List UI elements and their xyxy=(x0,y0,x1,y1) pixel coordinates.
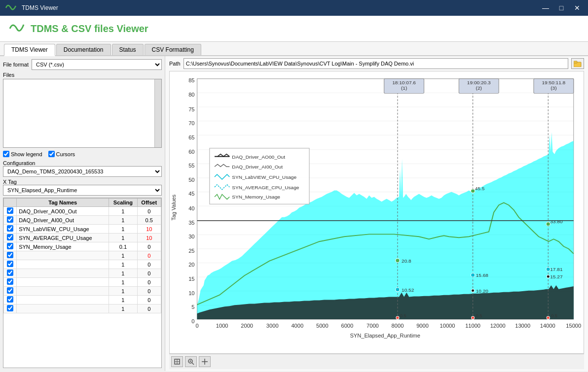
svg-text:50: 50 xyxy=(188,177,194,183)
tag-scaling-cell: 1 xyxy=(109,278,137,287)
tag-scaling-cell: 1 xyxy=(109,225,137,234)
table-row: 10 xyxy=(4,296,161,304)
svg-text:15: 15 xyxy=(188,276,194,282)
svg-text:75: 75 xyxy=(188,106,194,112)
tag-offset-cell: 10 xyxy=(137,234,161,242)
tag-row-checkbox[interactable] xyxy=(7,270,13,276)
col-header-scaling: Scaling xyxy=(109,199,137,207)
svg-text:SYN_AVERAGE_CPU_Usage: SYN_AVERAGE_CPU_Usage xyxy=(232,185,299,190)
svg-text:1000: 1000 xyxy=(216,323,228,329)
svg-text:0: 0 xyxy=(196,323,199,329)
chart-area: 0 5 10 15 20 25 30 35 40 45 50 55 60 65 … xyxy=(169,71,584,354)
chart-svg: 0 5 10 15 20 25 30 35 40 45 50 55 60 65 … xyxy=(170,71,584,353)
svg-text:19:50:11.8: 19:50:11.8 xyxy=(542,80,565,85)
tag-row-checkbox[interactable] xyxy=(7,296,13,303)
file-format-label: File format xyxy=(3,62,29,68)
tag-row-checkbox[interactable] xyxy=(7,207,13,214)
path-input[interactable] xyxy=(184,58,568,69)
tag-scaling-cell: 1 xyxy=(109,251,137,260)
files-list[interactable] xyxy=(3,79,162,148)
tag-offset-cell: 0 xyxy=(137,304,161,313)
svg-text:5000: 5000 xyxy=(316,323,329,329)
svg-point-83 xyxy=(472,316,475,319)
zoom-in-button[interactable] xyxy=(185,356,197,367)
tag-name-cell xyxy=(17,304,109,313)
zoom-fit-button[interactable] xyxy=(171,356,183,367)
svg-text:11000: 11000 xyxy=(465,323,480,329)
svg-text:0.5: 0.5 xyxy=(551,313,557,318)
svg-point-73 xyxy=(396,288,400,292)
svg-point-71 xyxy=(396,259,400,263)
table-row: SYN_AVERAGE_CPU_Usage110 xyxy=(4,234,161,242)
tag-scaling-cell: 1 xyxy=(109,296,137,304)
tag-row-checkbox[interactable] xyxy=(7,216,13,223)
tag-table: Tag Names Scaling Offset DAQ_Driver_AO00… xyxy=(3,198,161,313)
svg-point-77 xyxy=(471,189,475,193)
configuration-select[interactable]: DAQ_Demo_TDMS_20200430_165533 xyxy=(3,166,162,177)
svg-text:15.27: 15.27 xyxy=(550,274,563,279)
scrollbar[interactable] xyxy=(154,79,161,147)
cursors-checkbox-label[interactable]: Cursors xyxy=(48,151,75,157)
magnify-icon xyxy=(187,358,194,365)
right-panel: Path xyxy=(165,56,588,371)
svg-text:19:00:20.3: 19:00:20.3 xyxy=(467,80,491,85)
col-header-tag-names: Tag Names xyxy=(17,199,109,207)
show-legend-checkbox[interactable] xyxy=(3,151,9,157)
configuration-section: Configuration DAQ_Demo_TDMS_20200430_165… xyxy=(3,160,162,177)
svg-text:14000: 14000 xyxy=(540,323,555,329)
tag-scaling-cell: 1 xyxy=(109,260,137,269)
cursor-button[interactable] xyxy=(199,356,211,367)
tag-scaling-cell: 1 xyxy=(109,216,137,225)
svg-text:5: 5 xyxy=(191,304,194,310)
maximize-button[interactable]: □ xyxy=(554,3,568,13)
tag-row-checkbox[interactable] xyxy=(7,261,13,267)
tag-row-checkbox[interactable] xyxy=(7,243,13,249)
tab-csv-formatting[interactable]: CSV Formatting xyxy=(145,44,201,55)
file-format-select[interactable]: CSV (*.csv) xyxy=(32,59,162,70)
tag-offset-cell: 0 xyxy=(137,287,161,296)
cursors-checkbox[interactable] xyxy=(48,151,55,157)
svg-point-87 xyxy=(546,267,550,271)
xtag-select[interactable]: SYN_Elapsed_App_Runtime xyxy=(3,185,162,196)
tag-row-checkbox[interactable] xyxy=(7,234,13,240)
zoom-fit-icon xyxy=(174,358,181,365)
table-row: SYN_LabVIEW_CPU_Usage110 xyxy=(4,225,161,234)
titlebar-controls: — □ ✕ xyxy=(539,3,584,13)
svg-text:18:10:07.6: 18:10:07.6 xyxy=(392,80,416,85)
tag-scaling-cell: 1 xyxy=(109,234,137,242)
folder-button[interactable] xyxy=(571,58,584,69)
tag-row-checkbox[interactable] xyxy=(7,305,13,311)
tag-name-cell: DAQ_Driver_AO00_Out xyxy=(17,207,109,216)
svg-text:4000: 4000 xyxy=(291,323,303,329)
tab-status[interactable]: Status xyxy=(112,44,144,55)
tag-row-checkbox[interactable] xyxy=(7,287,13,294)
app-logo-icon xyxy=(4,1,18,15)
table-row: DAQ_Driver_AI00_Out10.5 xyxy=(4,216,161,225)
xtag-label: X Tag xyxy=(3,179,162,185)
files-section: Files xyxy=(3,72,162,148)
cursor-icon xyxy=(201,358,208,365)
left-panel: File format CSV (*.csv) Files Show legen… xyxy=(0,56,165,371)
tab-tdms-viewer[interactable]: TDMS Viewer xyxy=(4,44,55,56)
tag-name-cell xyxy=(17,260,109,269)
svg-text:35: 35 xyxy=(188,220,194,226)
tag-name-cell: SYN_Memory_Usage xyxy=(17,242,109,251)
tag-row-checkbox[interactable] xyxy=(7,278,13,285)
svg-text:3000: 3000 xyxy=(266,323,279,329)
main-layout: File format CSV (*.csv) Files Show legen… xyxy=(0,56,588,371)
show-legend-checkbox-label[interactable]: Show legend xyxy=(3,151,42,157)
svg-text:10: 10 xyxy=(188,290,194,296)
tag-scaling-cell: 1 xyxy=(109,269,137,278)
path-row: Path xyxy=(169,58,584,69)
svg-text:45.5: 45.5 xyxy=(475,186,485,191)
table-row: 10 xyxy=(4,287,161,296)
col-header-offset: Offset xyxy=(137,199,161,207)
minimize-button[interactable]: — xyxy=(539,3,552,13)
tab-documentation[interactable]: Documentation xyxy=(56,44,111,55)
close-button[interactable]: ✕ xyxy=(570,3,584,13)
svg-text:0.5: 0.5 xyxy=(400,313,406,318)
folder-icon xyxy=(574,60,582,67)
tag-row-checkbox[interactable] xyxy=(7,225,13,232)
table-row: DAQ_Driver_AO00_Out10 xyxy=(4,207,161,216)
tag-row-checkbox[interactable] xyxy=(7,252,13,258)
